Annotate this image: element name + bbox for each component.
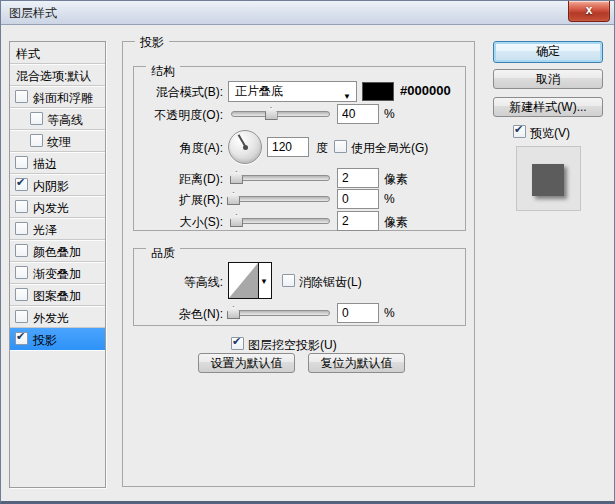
cancel-button[interactable]: 取消 bbox=[493, 69, 603, 89]
preview-label: 预览(V) bbox=[530, 125, 570, 142]
distance-slider[interactable] bbox=[231, 171, 330, 185]
inner-glow-checkbox[interactable] bbox=[15, 200, 28, 213]
sidebar-item-satin[interactable]: 光泽 bbox=[10, 218, 105, 240]
sidebar-item-contour[interactable]: 等高线 bbox=[10, 108, 105, 130]
angle-unit: 度 bbox=[316, 140, 328, 157]
gradient-overlay-checkbox[interactable] bbox=[15, 266, 28, 279]
noise-label: 杂色(N): bbox=[122, 306, 223, 323]
contour-checkbox[interactable] bbox=[30, 112, 43, 125]
anti-alias-checkbox[interactable] bbox=[282, 274, 295, 287]
close-icon: x bbox=[586, 3, 593, 17]
spread-input[interactable] bbox=[337, 189, 379, 209]
sidebar-item-inner-glow[interactable]: 内发光 bbox=[10, 196, 105, 218]
check-icon: ✔ bbox=[514, 123, 523, 136]
distance-unit: 像素 bbox=[384, 171, 408, 188]
preview-thumbnail bbox=[516, 146, 581, 211]
sidebar-item-blending-options[interactable]: 混合选项:默认 bbox=[10, 64, 105, 86]
spread-unit: % bbox=[384, 192, 395, 206]
make-default-button[interactable]: 设置为默认值 bbox=[198, 353, 295, 373]
angle-input[interactable] bbox=[267, 137, 309, 157]
drop-shadow-panel: 投影 结构 混合模式(B): 正片叠底 ▼ #000000 不透明度(O): %… bbox=[122, 37, 476, 488]
satin-checkbox[interactable] bbox=[15, 222, 28, 235]
size-slider[interactable] bbox=[231, 214, 330, 228]
size-slider-thumb[interactable] bbox=[230, 214, 243, 227]
color-overlay-checkbox[interactable] bbox=[15, 244, 28, 257]
new-style-button[interactable]: 新建样式(W)... bbox=[493, 97, 603, 117]
size-unit: 像素 bbox=[384, 214, 408, 231]
close-button[interactable]: x bbox=[568, 1, 610, 22]
blend-mode-label: 混合模式(B): bbox=[122, 84, 223, 101]
pattern-overlay-checkbox[interactable] bbox=[15, 288, 28, 301]
angle-dial[interactable] bbox=[228, 130, 262, 164]
sidebar-item-outer-glow[interactable]: 外发光 bbox=[10, 306, 105, 328]
noise-unit: % bbox=[384, 306, 395, 320]
blend-mode-select[interactable]: 正片叠底 ▼ bbox=[228, 81, 357, 102]
opacity-slider[interactable] bbox=[231, 107, 330, 121]
panel-title: 投影 bbox=[135, 34, 169, 51]
size-input[interactable] bbox=[337, 211, 379, 231]
spread-slider[interactable] bbox=[231, 192, 330, 206]
drop-shadow-checkbox[interactable]: ✔ bbox=[15, 332, 28, 345]
preview-shadow-sample bbox=[532, 164, 564, 196]
opacity-unit: % bbox=[384, 107, 395, 121]
sidebar-item-color-overlay[interactable]: 颜色叠加 bbox=[10, 240, 105, 262]
layer-knockout-label: 图层挖空投影(U) bbox=[248, 337, 337, 354]
size-label: 大小(S): bbox=[122, 214, 223, 231]
structure-legend: 结构 bbox=[146, 63, 180, 80]
preview-checkbox[interactable]: ✔ bbox=[513, 125, 526, 138]
reset-default-button[interactable]: 复位为默认值 bbox=[308, 353, 405, 373]
stroke-checkbox[interactable] bbox=[15, 156, 28, 169]
layer-knockout-checkbox[interactable]: ✔ bbox=[231, 337, 244, 350]
noise-input[interactable] bbox=[337, 303, 379, 323]
contour-thumbnail bbox=[229, 263, 259, 298]
contour-picker[interactable]: ▼ bbox=[228, 262, 272, 299]
sidebar-item-bevel-emboss[interactable]: 斜面和浮雕 bbox=[10, 86, 105, 108]
quality-legend: 品质 bbox=[146, 245, 180, 262]
titlebar[interactable]: 图层样式 x bbox=[1, 1, 614, 25]
spread-label: 扩展(R): bbox=[122, 192, 223, 209]
opacity-label: 不透明度(O): bbox=[122, 107, 223, 124]
check-icon: ✔ bbox=[16, 330, 25, 343]
styles-list: 样式 混合选项:默认 斜面和浮雕 等高线 纹理 描边 ✔ 内阴影 内发光 bbox=[9, 41, 106, 488]
use-global-light-label: 使用全局光(G) bbox=[351, 140, 428, 157]
ok-button[interactable]: 确定 bbox=[493, 41, 603, 63]
sidebar-item-texture[interactable]: 纹理 bbox=[10, 130, 105, 152]
sidebar-item-pattern-overlay[interactable]: 图案叠加 bbox=[10, 284, 105, 306]
texture-checkbox[interactable] bbox=[30, 134, 43, 147]
layer-style-dialog: 图层样式 x 样式 混合选项:默认 斜面和浮雕 等高线 纹理 描边 ✔ bbox=[0, 0, 615, 504]
outer-glow-checkbox[interactable] bbox=[15, 310, 28, 323]
shadow-color-hex: #000000 bbox=[400, 83, 451, 98]
shadow-color-swatch[interactable] bbox=[362, 82, 394, 101]
inner-shadow-checkbox[interactable]: ✔ bbox=[15, 178, 28, 191]
check-icon: ✔ bbox=[16, 176, 25, 189]
sidebar-item-inner-shadow[interactable]: ✔ 内阴影 bbox=[10, 174, 105, 196]
sidebar-item-drop-shadow[interactable]: ✔ 投影 bbox=[10, 328, 105, 350]
angle-label: 角度(A): bbox=[122, 140, 223, 157]
sidebar-item-styles[interactable]: 样式 bbox=[10, 42, 105, 64]
dialog-title: 图层样式 bbox=[9, 5, 57, 22]
use-global-light-checkbox[interactable] bbox=[334, 140, 347, 153]
noise-slider[interactable] bbox=[231, 306, 330, 320]
sidebar-item-stroke[interactable]: 描边 bbox=[10, 152, 105, 174]
opacity-slider-thumb[interactable] bbox=[265, 107, 278, 120]
distance-label: 距离(D): bbox=[122, 171, 223, 188]
distance-input[interactable] bbox=[337, 168, 379, 188]
sidebar-item-gradient-overlay[interactable]: 渐变叠加 bbox=[10, 262, 105, 284]
check-icon: ✔ bbox=[232, 335, 241, 348]
contour-label: 等高线: bbox=[122, 274, 223, 291]
bevel-emboss-checkbox[interactable] bbox=[15, 90, 28, 103]
anti-alias-label: 消除锯齿(L) bbox=[299, 274, 362, 291]
distance-slider-thumb[interactable] bbox=[230, 171, 243, 184]
opacity-input[interactable] bbox=[337, 104, 379, 124]
chevron-down-icon: ▼ bbox=[260, 277, 268, 286]
